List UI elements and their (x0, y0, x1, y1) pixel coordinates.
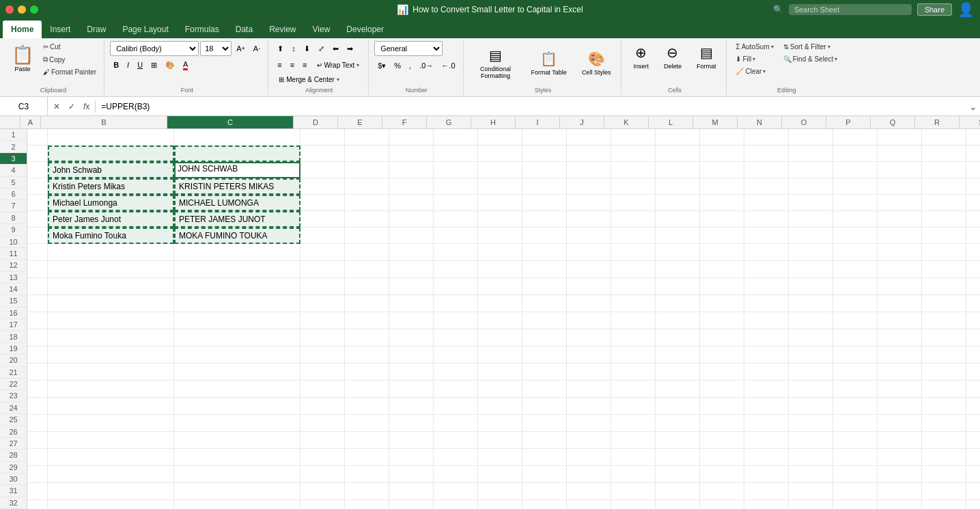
cell-i10[interactable] (522, 278, 567, 294)
cell-m21[interactable] (700, 466, 744, 482)
cell-r23[interactable] (922, 500, 966, 509)
cell-c12[interactable] (174, 312, 300, 329)
font-family-select[interactable]: Calibri (Body) (110, 41, 199, 56)
cancel-formula-icon[interactable]: ✕ (51, 100, 63, 113)
cell-m3[interactable] (700, 162, 744, 178)
cell-k7[interactable] (611, 228, 656, 244)
cell-a11[interactable] (27, 295, 48, 312)
align-left-button[interactable]: ≡ (274, 57, 285, 72)
cell-p2[interactable] (833, 146, 878, 162)
cell-i20[interactable] (522, 449, 567, 465)
cell-l14[interactable] (656, 346, 700, 363)
cell-a8[interactable] (27, 244, 48, 260)
cell-f10[interactable] (389, 278, 434, 294)
cell-p16[interactable] (833, 381, 878, 397)
cell-n16[interactable] (744, 381, 789, 397)
cell-d12[interactable] (300, 312, 345, 329)
cell-b14[interactable] (48, 346, 174, 363)
cell-r19[interactable] (922, 432, 966, 448)
tab-formulas[interactable]: Formulas (177, 20, 227, 38)
cell-c21[interactable] (174, 466, 300, 482)
cell-e13[interactable] (345, 329, 389, 346)
share-button[interactable]: Share (917, 3, 952, 16)
row-num-24[interactable]: 24 (0, 402, 27, 414)
cell-n22[interactable] (744, 483, 789, 499)
cell-f16[interactable] (389, 381, 434, 397)
cell-j9[interactable] (567, 261, 611, 277)
insert-function-icon[interactable]: fx (81, 100, 92, 113)
cell-r1[interactable] (922, 129, 966, 146)
cell-b10[interactable] (48, 278, 174, 294)
col-header-n[interactable]: N (738, 116, 782, 128)
cell-g19[interactable] (434, 432, 478, 448)
font-size-select[interactable]: 18 (200, 41, 232, 56)
cell-s3[interactable] (966, 162, 980, 178)
cell-q2[interactable] (878, 146, 922, 162)
bold-button[interactable]: B (110, 57, 122, 72)
cell-g23[interactable] (434, 500, 478, 509)
align-center-button[interactable]: ≡ (287, 57, 298, 72)
cell-j20[interactable] (567, 449, 611, 465)
cell-n12[interactable] (744, 312, 789, 329)
delete-button[interactable]: ⊖ Delete (658, 41, 688, 73)
cell-a2[interactable] (27, 146, 48, 162)
row-num-16[interactable]: 16 (0, 307, 27, 319)
format-painter-button[interactable]: 🖌 Format Painter (40, 66, 100, 78)
cell-s14[interactable] (966, 346, 980, 363)
cell-s17[interactable] (966, 398, 980, 414)
cell-p3[interactable] (833, 162, 878, 178)
cell-n17[interactable] (744, 398, 789, 414)
cell-n20[interactable] (744, 449, 789, 465)
cell-j6[interactable] (567, 211, 611, 228)
cell-a7[interactable] (27, 228, 48, 244)
cell-j18[interactable] (567, 415, 611, 431)
cell-k2[interactable] (611, 146, 656, 162)
row-num-9[interactable]: 9 (0, 224, 27, 236)
cell-f14[interactable] (389, 346, 434, 363)
cell-r8[interactable] (922, 244, 966, 260)
close-button[interactable] (5, 5, 14, 14)
cell-h8[interactable] (478, 244, 522, 260)
cell-f4[interactable] (389, 178, 434, 195)
cell-a22[interactable] (27, 483, 48, 499)
cell-m7[interactable] (700, 228, 744, 244)
cell-r10[interactable] (922, 278, 966, 294)
cell-s2[interactable] (966, 146, 980, 162)
cell-h6[interactable] (478, 211, 522, 228)
cell-c15[interactable] (174, 363, 300, 380)
cell-m11[interactable] (700, 295, 744, 312)
cell-g1[interactable] (434, 129, 478, 146)
cell-q14[interactable] (878, 346, 922, 363)
cell-q16[interactable] (878, 381, 922, 397)
cell-m2[interactable] (700, 146, 744, 162)
row-num-3[interactable]: 3 (0, 153, 27, 165)
cell-f7[interactable] (389, 228, 434, 244)
cell-h12[interactable] (478, 312, 522, 329)
cell-g9[interactable] (434, 261, 478, 277)
cell-a15[interactable] (27, 363, 48, 380)
cell-f21[interactable] (389, 466, 434, 482)
cell-l21[interactable] (656, 466, 700, 482)
cell-s23[interactable] (966, 500, 980, 509)
cell-c10[interactable] (174, 278, 300, 294)
cell-d7[interactable] (300, 228, 345, 244)
cell-l10[interactable] (656, 278, 700, 294)
cell-h1[interactable] (478, 129, 522, 146)
cell-k13[interactable] (611, 329, 656, 346)
cell-k21[interactable] (611, 466, 656, 482)
cell-r17[interactable] (922, 398, 966, 414)
cell-n6[interactable] (744, 211, 789, 228)
cell-q3[interactable] (878, 162, 922, 178)
cell-p18[interactable] (833, 415, 878, 431)
cell-f12[interactable] (389, 312, 434, 329)
cell-j16[interactable] (567, 381, 611, 397)
cell-h19[interactable] (478, 432, 522, 448)
cell-r4[interactable] (922, 178, 966, 195)
cell-f15[interactable] (389, 363, 434, 380)
cell-m17[interactable] (700, 398, 744, 414)
cell-m20[interactable] (700, 449, 744, 465)
cell-e2[interactable] (345, 146, 389, 162)
cell-m15[interactable] (700, 363, 744, 380)
cell-m18[interactable] (700, 415, 744, 431)
cell-o12[interactable] (789, 312, 833, 329)
